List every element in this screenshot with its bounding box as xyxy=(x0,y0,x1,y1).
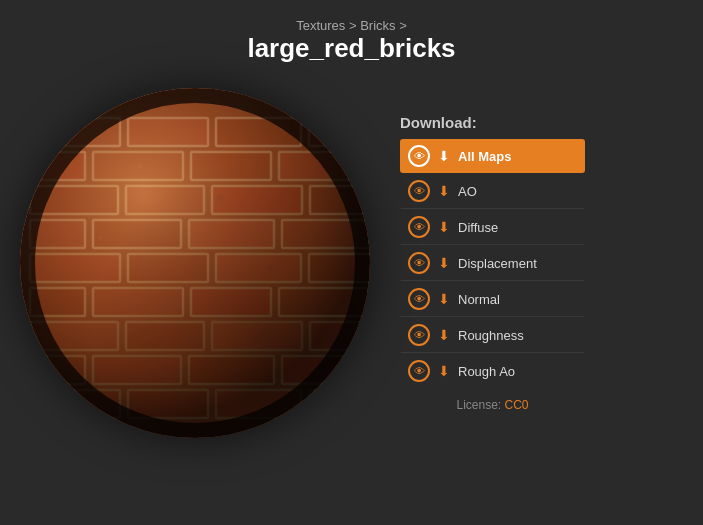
license-info: License: CC0 xyxy=(400,398,585,412)
download-list: 👁 ⬇ All Maps 👁 ⬇ AO 👁 ⬇ Diffuse 👁 ⬇ Disp… xyxy=(400,139,585,388)
eye-icon-ao: 👁 xyxy=(408,180,430,202)
texture-preview xyxy=(10,78,380,448)
license-link[interactable]: CC0 xyxy=(505,398,529,412)
download-roughness[interactable]: 👁 ⬇ Roughness xyxy=(400,318,585,353)
download-label-rough-ao: Rough Ao xyxy=(458,364,515,379)
eye-icon-displacement: 👁 xyxy=(408,252,430,274)
download-arrow-roughness: ⬇ xyxy=(438,327,450,343)
download-label-ao: AO xyxy=(458,184,477,199)
download-displacement[interactable]: 👁 ⬇ Displacement xyxy=(400,246,585,281)
download-label-roughness: Roughness xyxy=(458,328,524,343)
download-label-all-maps: All Maps xyxy=(458,149,511,164)
download-label: Download: xyxy=(400,114,477,131)
eye-icon-rough-ao: 👁 xyxy=(408,360,430,382)
download-label-displacement: Displacement xyxy=(458,256,537,271)
breadcrumb: Textures > Bricks > xyxy=(0,18,703,33)
download-all-maps[interactable]: 👁 ⬇ All Maps xyxy=(400,139,585,173)
download-panel: Download: 👁 ⬇ All Maps 👁 ⬇ AO 👁 ⬇ Diffus… xyxy=(400,114,585,412)
page-title: large_red_bricks xyxy=(0,33,703,64)
download-label-normal: Normal xyxy=(458,292,500,307)
download-arrow-ao: ⬇ xyxy=(438,183,450,199)
download-diffuse[interactable]: 👁 ⬇ Diffuse xyxy=(400,210,585,245)
eye-icon-diffuse: 👁 xyxy=(408,216,430,238)
license-label: License: xyxy=(456,398,501,412)
eye-icon-roughness: 👁 xyxy=(408,324,430,346)
download-arrow-diffuse: ⬇ xyxy=(438,219,450,235)
download-ao[interactable]: 👁 ⬇ AO xyxy=(400,174,585,209)
svg-rect-37 xyxy=(309,390,370,418)
download-arrow-all-maps: ⬇ xyxy=(438,148,450,164)
download-arrow-normal: ⬇ xyxy=(438,291,450,307)
sphere-preview xyxy=(20,88,370,438)
eye-icon-all-maps: 👁 xyxy=(408,145,430,167)
download-rough-ao[interactable]: 👁 ⬇ Rough Ao xyxy=(400,354,585,388)
download-arrow-rough-ao: ⬇ xyxy=(438,363,450,379)
download-label-diffuse: Diffuse xyxy=(458,220,498,235)
download-normal[interactable]: 👁 ⬇ Normal xyxy=(400,282,585,317)
eye-icon-normal: 👁 xyxy=(408,288,430,310)
download-arrow-displacement: ⬇ xyxy=(438,255,450,271)
